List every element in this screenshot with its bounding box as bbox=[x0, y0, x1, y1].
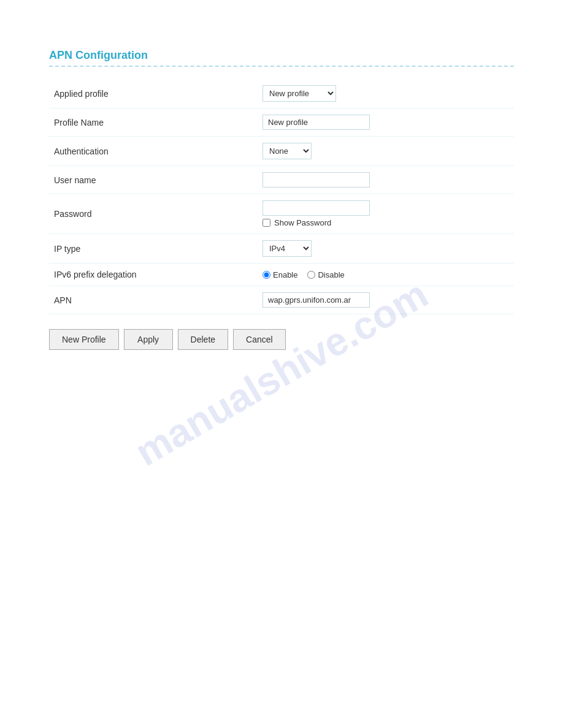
username-cell bbox=[258, 166, 514, 194]
ipv6-prefix-label: IPv6 prefix delegation bbox=[49, 264, 258, 286]
authentication-select[interactable]: None PAP CHAP PAP or CHAP bbox=[262, 143, 312, 159]
apply-button[interactable]: Apply bbox=[124, 329, 173, 350]
page-title: APN Configuration bbox=[49, 49, 514, 62]
apn-cell bbox=[258, 286, 514, 314]
password-cell: Show Password bbox=[258, 194, 514, 234]
profile-name-cell bbox=[258, 108, 514, 137]
ip-type-select[interactable]: IPv4 IPv6 IPv4v6 bbox=[262, 240, 312, 257]
new-profile-button[interactable]: New Profile bbox=[49, 329, 119, 350]
apn-input[interactable] bbox=[262, 292, 370, 308]
page-container: manualshive.com APN Configuration Applie… bbox=[0, 0, 563, 728]
delete-button[interactable]: Delete bbox=[178, 329, 228, 350]
ipv6-disable-text: Disable bbox=[318, 270, 344, 279]
applied-profile-label: Applied profile bbox=[49, 79, 258, 108]
applied-profile-row: Applied profile New profile bbox=[49, 79, 514, 108]
button-row: New Profile Apply Delete Cancel bbox=[49, 329, 514, 350]
section-divider bbox=[49, 66, 514, 67]
show-password-label[interactable]: Show Password bbox=[274, 218, 331, 227]
username-label: User name bbox=[49, 166, 258, 194]
profile-name-row: Profile Name bbox=[49, 108, 514, 137]
config-form: Applied profile New profile Profile Name… bbox=[49, 79, 514, 314]
applied-profile-select[interactable]: New profile bbox=[262, 85, 336, 102]
show-password-checkbox[interactable] bbox=[262, 219, 270, 227]
show-password-row: Show Password bbox=[262, 218, 509, 227]
ip-type-label: IP type bbox=[49, 234, 258, 264]
apn-row: APN bbox=[49, 286, 514, 314]
ipv6-prefix-row: IPv6 prefix delegation Enable Disable bbox=[49, 264, 514, 286]
ip-type-row: IP type IPv4 IPv6 IPv4v6 bbox=[49, 234, 514, 264]
profile-name-label: Profile Name bbox=[49, 108, 258, 137]
username-row: User name bbox=[49, 166, 514, 194]
authentication-cell: None PAP CHAP PAP or CHAP bbox=[258, 137, 514, 166]
username-input[interactable] bbox=[262, 172, 370, 188]
ipv6-enable-text: Enable bbox=[273, 270, 297, 279]
cancel-button[interactable]: Cancel bbox=[233, 329, 286, 350]
ipv6-enable-label[interactable]: Enable bbox=[262, 270, 297, 279]
ipv6-radio-group: Enable Disable bbox=[262, 270, 509, 279]
ipv6-disable-radio[interactable] bbox=[307, 271, 315, 279]
password-row: Password Show Password bbox=[49, 194, 514, 234]
applied-profile-cell: New profile bbox=[258, 79, 514, 108]
authentication-label: Authentication bbox=[49, 137, 258, 166]
apn-label: APN bbox=[49, 286, 258, 314]
ipv6-disable-label[interactable]: Disable bbox=[307, 270, 344, 279]
password-label: Password bbox=[49, 194, 258, 234]
ip-type-cell: IPv4 IPv6 IPv4v6 bbox=[258, 234, 514, 264]
authentication-row: Authentication None PAP CHAP PAP or CHAP bbox=[49, 137, 514, 166]
ipv6-prefix-cell: Enable Disable bbox=[258, 264, 514, 286]
password-input[interactable] bbox=[262, 200, 370, 216]
ipv6-enable-radio[interactable] bbox=[262, 271, 270, 279]
profile-name-input[interactable] bbox=[262, 115, 370, 130]
